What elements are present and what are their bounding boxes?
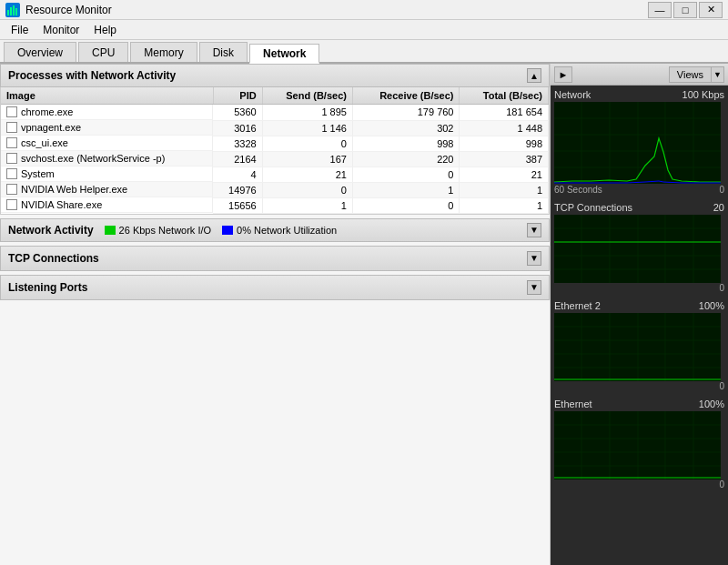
cell-receive: 0 <box>352 197 460 213</box>
cell-total: 21 <box>460 166 549 182</box>
cell-total: 998 <box>460 136 549 151</box>
legend-io-color <box>105 226 116 235</box>
col-total: Total (B/sec) <box>460 87 549 105</box>
tab-disk[interactable]: Disk <box>199 42 248 62</box>
tcp-graph-section: TCP Connections 20 <box>551 198 728 297</box>
menu-bar: File Monitor Help <box>0 20 728 40</box>
table-row[interactable]: csc_ui.exe 3328 0 998 998 <box>1 136 549 151</box>
table-row[interactable]: svchost.exe (NetworkService -p) 2164 167… <box>1 151 549 166</box>
cell-send: 167 <box>262 151 352 166</box>
ethernet-graph-zero: 0 <box>719 479 724 489</box>
app-icon <box>5 3 20 17</box>
cell-send: 0 <box>262 136 352 151</box>
title-bar: Resource Monitor — □ ✕ <box>0 0 728 20</box>
processes-section-header[interactable]: Processes with Network Activity ▲ <box>0 64 550 87</box>
tab-bar: Overview CPU Memory Disk Network <box>0 40 728 64</box>
tcp-graph-scale: 20 <box>713 202 724 213</box>
window-controls: — □ ✕ <box>648 2 723 18</box>
ethernet2-graph-zero: 0 <box>719 381 724 391</box>
views-button[interactable]: Views <box>669 66 712 83</box>
cell-receive: 998 <box>352 136 460 151</box>
right-panel-header: ► Views ▼ <box>551 64 728 86</box>
svg-rect-5 <box>554 102 721 184</box>
menu-help[interactable]: Help <box>86 22 124 38</box>
table-row[interactable]: NVIDIA Share.exe 15656 1 0 1 <box>1 197 549 213</box>
processes-collapse-button[interactable]: ▲ <box>527 68 541 83</box>
processes-title: Processes with Network Activity <box>8 69 176 82</box>
network-graph-grid <box>554 102 721 184</box>
table-row[interactable]: NVIDIA Web Helper.exe 14976 0 1 1 <box>1 182 549 197</box>
cell-total: 387 <box>460 151 549 166</box>
col-image: Image <box>1 87 213 105</box>
views-dropdown-arrow[interactable]: ▼ <box>712 66 724 83</box>
row-checkbox[interactable] <box>6 168 17 179</box>
network-activity-bar: Network Activity 26 Kbps Network I/O 0% … <box>0 218 550 242</box>
tab-network[interactable]: Network <box>249 44 319 64</box>
svg-rect-3 <box>13 5 15 15</box>
row-checkbox[interactable] <box>6 106 17 117</box>
minimize-button[interactable]: — <box>648 2 672 18</box>
table-header-row: Image PID Send (B/sec) Receive (B/sec) T… <box>1 87 549 105</box>
processes-table-container: Image PID Send (B/sec) Receive (B/sec) T… <box>0 87 550 215</box>
app-title: Resource Monitor <box>25 4 112 16</box>
ethernet-graph-canvas <box>554 411 721 479</box>
listening-collapse-button[interactable]: ▼ <box>527 280 541 295</box>
tcp-graph-zero: 0 <box>719 283 724 293</box>
row-checkbox[interactable] <box>6 199 17 210</box>
svg-rect-4 <box>15 8 17 15</box>
cell-image: System <box>1 166 213 182</box>
panel-back-button[interactable]: ► <box>554 66 572 83</box>
menu-file[interactable]: File <box>4 22 35 38</box>
cell-receive: 1 <box>352 182 460 197</box>
cell-receive: 302 <box>352 120 460 136</box>
svg-rect-25 <box>554 313 721 381</box>
row-checkbox[interactable] <box>6 137 17 148</box>
cell-total: 1 <box>460 182 549 197</box>
tab-cpu[interactable]: CPU <box>78 42 128 62</box>
table-row[interactable]: vpnagent.exe 3016 1 146 302 1 448 <box>1 120 549 136</box>
ethernet2-graph-scale: 100% <box>699 300 724 311</box>
network-graph-section: Network 100 Kbps <box>551 86 728 198</box>
close-button[interactable]: ✕ <box>699 2 723 18</box>
menu-monitor[interactable]: Monitor <box>35 22 86 38</box>
network-graph-zero: 0 <box>719 185 724 195</box>
tcp-label: TCP Connections <box>8 252 99 265</box>
ethernet-graph-section: Ethernet 100% <box>551 395 728 493</box>
cell-pid: 2164 <box>213 151 262 166</box>
listening-section-header[interactable]: Listening Ports ▼ <box>0 275 550 300</box>
col-send: Send (B/sec) <box>262 87 352 105</box>
row-checkbox[interactable] <box>6 184 17 195</box>
listening-label: Listening Ports <box>8 281 87 294</box>
row-checkbox[interactable] <box>6 122 17 133</box>
table-row[interactable]: chrome.exe 5360 1 895 179 760 181 654 <box>1 105 549 121</box>
network-graph-time: 60 Seconds <box>554 185 602 195</box>
svg-rect-35 <box>554 411 721 479</box>
cell-image: chrome.exe <box>1 105 213 120</box>
ethernet2-graph-canvas <box>554 313 721 381</box>
ethernet2-graph-title: Ethernet 2 <box>554 300 601 311</box>
cell-image: svchost.exe (NetworkService -p) <box>1 151 213 166</box>
network-graph-scale: 100 Kbps <box>682 89 724 100</box>
network-activity-collapse[interactable]: ▼ <box>527 223 541 237</box>
right-panel: ► Views ▼ Network 100 Kbps <box>551 64 728 565</box>
legend-io: 26 Kbps Network I/O <box>105 225 212 236</box>
cell-total: 181 654 <box>460 105 549 121</box>
network-graph-title: Network <box>554 89 591 100</box>
tcp-collapse-button[interactable]: ▼ <box>527 251 541 266</box>
row-checkbox[interactable] <box>6 153 17 164</box>
tab-overview[interactable]: Overview <box>4 42 76 62</box>
svg-rect-15 <box>554 215 721 283</box>
cell-total: 1 448 <box>460 120 549 136</box>
left-panel: Processes with Network Activity ▲ Image … <box>0 64 551 565</box>
tcp-graph-canvas <box>554 215 721 283</box>
table-row[interactable]: System 4 21 0 21 <box>1 166 549 182</box>
processes-table: Image PID Send (B/sec) Receive (B/sec) T… <box>1 87 549 214</box>
restore-button[interactable]: □ <box>673 2 697 18</box>
tcp-section-header[interactable]: TCP Connections ▼ <box>0 246 550 271</box>
tab-memory[interactable]: Memory <box>130 42 197 62</box>
cell-pid: 15656 <box>213 197 262 213</box>
cell-receive: 179 760 <box>352 105 460 121</box>
network-graph-canvas <box>554 102 721 184</box>
cell-pid: 3328 <box>213 136 262 151</box>
cell-pid: 3016 <box>213 120 262 136</box>
